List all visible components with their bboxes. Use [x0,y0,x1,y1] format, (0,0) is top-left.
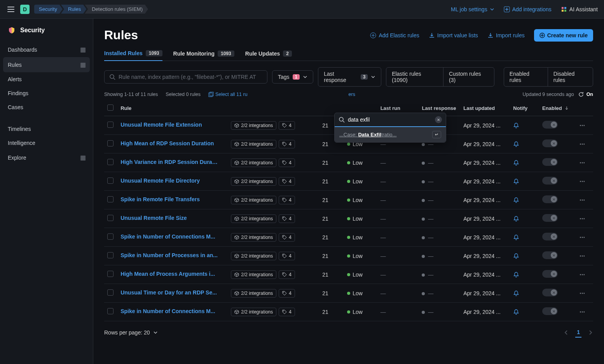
rule-name-link[interactable]: High Variance in RDP Session Durat... [120,159,218,165]
import-value-lists-link[interactable]: Import value lists [429,32,478,38]
tab-rule-monitoring[interactable]: Rule Monitoring1093 [173,50,234,61]
row-actions-menu[interactable]: ⋯ [580,216,586,222]
enabled-toggle[interactable]: ✕ [542,177,558,185]
row-checkbox[interactable] [107,308,113,314]
tag-count-badge[interactable]: 4 [279,214,295,223]
enabled-toggle[interactable]: ✕ [542,270,558,278]
row-actions-menu[interactable]: ⋯ [580,309,586,315]
integrations-badge[interactable]: 2/2 integrations [231,140,276,148]
enabled-rules-seg[interactable]: Enabled rules [504,68,548,86]
ai-assistant-link[interactable]: AI Assistant [561,6,598,12]
tag-count-badge[interactable]: 4 [279,177,295,186]
integrations-badge[interactable]: 2/2 integrations [231,308,276,316]
rule-name-link[interactable]: High Mean of RDP Session Duration [120,140,214,146]
integrations-badge[interactable]: 2/2 integrations [231,289,276,298]
custom-rules-seg[interactable]: Custom rules (3) [443,68,494,86]
enabled-toggle[interactable]: ✕ [542,307,558,315]
tags-filter[interactable]: Tags 1 [272,70,313,84]
next-page[interactable] [588,330,593,335]
row-actions-menu[interactable]: ⋯ [580,197,586,203]
rule-name-link[interactable]: Spike in Number of Processes in an... [120,252,218,258]
row-checkbox[interactable] [107,140,113,146]
row-checkbox[interactable] [107,196,113,202]
create-new-rule-button[interactable]: Create new rule [534,29,593,42]
enabled-toggle[interactable]: ✕ [542,251,558,259]
tag-count-badge[interactable]: 4 [279,158,295,167]
row-checkbox[interactable] [107,215,113,221]
notify-bell[interactable] [513,234,536,240]
enabled-toggle[interactable]: ✕ [542,158,558,166]
enabled-toggle[interactable]: ✕ [542,139,558,147]
col-rule[interactable]: Rule [117,101,228,116]
sidebar-item-findings[interactable]: Findings [0,86,93,100]
clear-search[interactable]: ✕ [435,116,442,123]
row-actions-menu[interactable]: ⋯ [580,253,586,259]
tag-count-badge[interactable]: 4 [279,252,295,260]
notify-bell[interactable] [513,290,536,296]
rows-per-page[interactable]: Rows per page: 20 [104,329,158,336]
rule-name-link[interactable]: Unusual Remote File Size [120,215,187,221]
row-checkbox[interactable] [107,122,113,128]
tag-count-badge[interactable]: 4 [279,140,295,148]
row-checkbox[interactable] [107,178,113,184]
tag-count-badge[interactable]: 4 [279,308,295,316]
integrations-badge[interactable]: 2/2 integrations [231,214,276,223]
row-actions-menu[interactable]: ⋯ [580,141,586,147]
tag-search-input[interactable] [348,117,432,123]
row-actions-menu[interactable]: ⋯ [580,234,586,240]
tag-count-badge[interactable]: 4 [279,121,295,130]
search-suggestion[interactable]: ...Case: Data Exfiltratio... ↵ [335,127,446,142]
rule-name-link[interactable]: Unusual Remote File Extension [120,122,202,128]
breadcrumb-rules[interactable]: Rules [61,5,86,14]
tag-count-badge[interactable]: 4 [279,289,295,298]
sidebar-item-intelligence[interactable]: Intelligence [0,136,93,150]
sidebar-item-alerts[interactable]: Alerts [0,72,93,86]
elastic-rules-seg[interactable]: Elastic rules (1090) [386,68,443,86]
sidebar-item-rules[interactable]: Rules▦ [3,57,90,72]
notify-bell[interactable] [513,272,536,278]
integrations-badge[interactable]: 2/2 integrations [231,158,276,167]
tab-rule-updates[interactable]: Rule Updates2 [245,50,292,61]
notify-bell[interactable] [513,141,536,147]
clear-filters-fragment[interactable]: ers [349,92,355,97]
col-notify[interactable]: Notify [510,101,539,116]
row-checkbox[interactable] [107,159,113,165]
tab-installed-rules[interactable]: Installed Rules1093 [104,50,162,61]
row-actions-menu[interactable]: ⋯ [580,272,586,278]
integrations-badge[interactable]: 2/2 integrations [231,252,276,260]
row-actions-menu[interactable]: ⋯ [580,290,586,296]
page-number[interactable]: 1 [575,327,581,338]
row-actions-menu[interactable]: ⋯ [580,178,586,185]
integrations-badge[interactable]: 2/2 integrations [231,270,276,279]
import-rules-link[interactable]: Import rules [487,32,525,38]
rule-name-link[interactable]: High Mean of Process Arguments i... [120,271,215,277]
integrations-badge[interactable]: 2/2 integrations [231,177,276,186]
add-elastic-rules-link[interactable]: Add Elastic rules [370,32,419,38]
nav-toggle[interactable] [6,5,16,14]
row-checkbox[interactable] [107,233,113,240]
rule-search-input[interactable]: Rule name, index pattern (e.g., "filebea… [104,70,267,84]
last-response-filter[interactable]: Last response 3 [318,67,381,87]
disabled-rules-seg[interactable]: Disabled rules [548,68,593,86]
notify-bell[interactable] [513,122,536,129]
row-actions-menu[interactable]: ⋯ [580,160,586,166]
add-integrations-link[interactable]: Add integrations [504,6,552,12]
enabled-toggle[interactable]: ✕ [542,195,558,203]
tag-count-badge[interactable]: 4 [279,270,295,279]
row-checkbox[interactable] [107,271,113,277]
notify-bell[interactable] [513,197,536,203]
row-checkbox[interactable] [107,289,113,296]
integrations-badge[interactable]: 2/2 integrations [231,233,276,242]
space-badge[interactable]: D [20,5,30,14]
rule-name-link[interactable]: Spike in Number of Connections M... [120,233,215,240]
select-all-link[interactable]: Select all 11 ru [208,92,248,97]
enabled-toggle[interactable]: ✕ [542,121,558,129]
rule-name-link[interactable]: Spike in Remote File Transfers [120,196,200,202]
sidebar-item-explore[interactable]: Explore▦ [0,150,93,165]
notify-bell[interactable] [513,160,536,166]
rule-name-link[interactable]: Unusual Time or Day for an RDP Se... [120,289,217,296]
rule-name-link[interactable]: Unusual Remote File Directory [120,178,200,184]
enabled-toggle[interactable]: ✕ [542,289,558,296]
auto-refresh-toggle[interactable]: On [578,91,593,98]
tag-count-badge[interactable]: 4 [279,233,295,242]
